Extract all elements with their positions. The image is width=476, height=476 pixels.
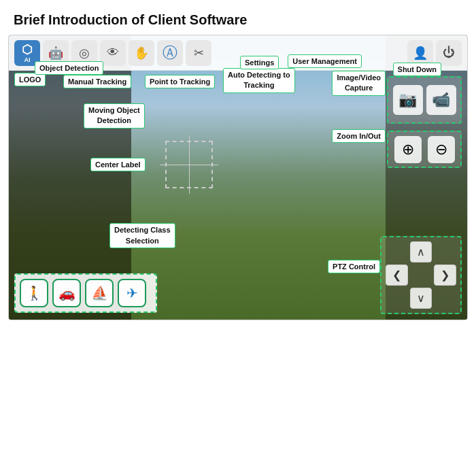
video-capture-button[interactable]: 📹 <box>426 85 456 115</box>
camera-ptz-button[interactable]: 👁 <box>100 40 126 66</box>
user-button[interactable]: 👤 <box>407 40 433 66</box>
ptz-empty-2 <box>434 241 456 262</box>
camera-icon: 📷 <box>398 91 417 109</box>
ptz-empty-4 <box>434 288 456 309</box>
center-crosshair <box>165 141 213 188</box>
right-arrow-icon: ❯ <box>441 269 449 282</box>
plane-icon: ✈ <box>126 285 138 301</box>
ptz-control-annotation: PTZ Control <box>328 260 380 273</box>
center-label-annotation: Center Label <box>90 158 146 171</box>
point-tracking-annotation: Point to Tracking <box>145 75 215 88</box>
nav-icon: Ⓐ <box>163 43 177 63</box>
ship-icon: ⛵ <box>91 285 108 301</box>
ptz-up-button[interactable]: ∧ <box>410 241 432 262</box>
video-icon: 📹 <box>432 91 450 109</box>
brain-icon: 🤖 <box>48 46 63 61</box>
page-title: Brief Introduction of Client Software <box>0 0 476 35</box>
object-detection-annotation: Object Detection <box>35 61 103 75</box>
target-icon: ◎ <box>79 46 90 61</box>
car-icon: 🚗 <box>58 285 75 301</box>
capture-box: 📷 📹 <box>387 76 462 124</box>
binoculars-icon: 👁 <box>107 46 119 60</box>
shut-down-annotation: Shut Down <box>393 63 441 76</box>
logo-annotation: LOGO <box>14 73 46 86</box>
photo-capture-button[interactable]: 📷 <box>393 85 423 115</box>
image-video-annotation: Image/VideoCapture <box>332 71 386 96</box>
hand-button[interactable]: ✋ <box>129 40 154 66</box>
hand-icon: ✋ <box>134 46 149 61</box>
ptz-down-button[interactable]: ∨ <box>410 288 432 309</box>
ptz-control-box: ∧ ❮ ❯ ∨ <box>380 236 462 314</box>
auto-detecting-annotation: Auto Detecting toTracking <box>223 68 295 93</box>
detecting-class-selection-box: 🚶 🚗 ⛵ ✈ <box>14 273 157 313</box>
down-arrow-icon: ∨ <box>417 292 425 305</box>
person-icon: 🚶 <box>26 285 43 301</box>
person-detect-button[interactable]: 🚶 <box>20 279 48 307</box>
moving-object-annotation: Moving ObjectDetection <box>84 103 145 129</box>
plane-detect-button[interactable]: ✈ <box>118 279 146 307</box>
ptz-left-button[interactable]: ❮ <box>386 265 408 286</box>
power-icon: ⏻ <box>443 46 455 60</box>
gear-icon: ✂ <box>194 46 204 61</box>
zoom-annotation: Zoom In/Out <box>332 129 386 143</box>
zoom-out-button[interactable]: ⊖ <box>428 136 455 163</box>
user-icon: 👤 <box>413 46 428 61</box>
power-button[interactable]: ⏻ <box>436 40 462 66</box>
ptz-right-button[interactable]: ❯ <box>434 265 456 286</box>
manual-tracking-annotation: Manual Tracking <box>63 75 131 88</box>
ship-detect-button[interactable]: ⛵ <box>85 279 114 307</box>
ptz-empty-3 <box>386 288 408 309</box>
ptz-center <box>410 265 432 286</box>
cube-icon: ⬡ <box>22 42 33 57</box>
zoom-box: ⊕ ⊖ <box>387 131 462 168</box>
ai-label: AI <box>24 57 31 63</box>
zoom-out-icon: ⊖ <box>435 141 447 158</box>
zoom-in-button[interactable]: ⊕ <box>394 136 422 163</box>
car-detect-button[interactable]: 🚗 <box>52 279 81 307</box>
settings-button[interactable]: ✂ <box>186 40 211 66</box>
left-arrow-icon: ❮ <box>392 269 401 282</box>
ptz-empty-1 <box>386 241 408 262</box>
nav-button[interactable]: Ⓐ <box>157 40 183 66</box>
main-container: ⬡ AI 🤖 ◎ 👁 ✋ Ⓐ ✂ 👤 ⏻ 📷 <box>8 35 468 320</box>
up-arrow-icon: ∧ <box>417 245 425 258</box>
detecting-class-annotation: Detecting ClassSelection <box>109 223 175 248</box>
settings-annotation: Settings <box>240 56 279 69</box>
user-management-annotation: User Management <box>288 54 362 68</box>
zoom-in-icon: ⊕ <box>402 141 414 158</box>
